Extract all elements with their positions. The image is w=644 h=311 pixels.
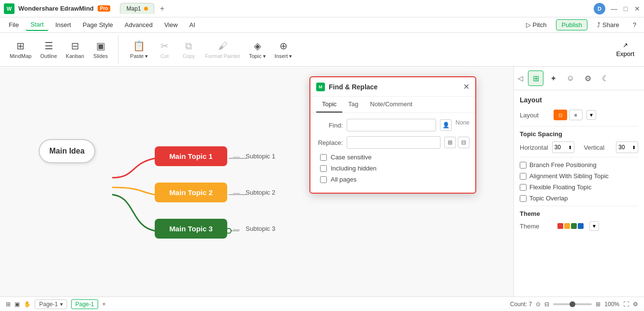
main-topic-3[interactable]: Main Topic 3 [155, 219, 227, 239]
menu-file[interactable]: File [4, 19, 24, 30]
menu-page-style[interactable]: Page Style [78, 19, 118, 30]
theme-dropdown[interactable]: ▾ [589, 221, 599, 231]
alignment-sibling-label: Alignment With Sibling Topic [529, 172, 609, 180]
help-button[interactable]: ? [629, 20, 640, 30]
export-button[interactable]: ↗ Export [612, 39, 638, 60]
zoom-out-icon[interactable]: ⊟ [544, 301, 549, 308]
share-button[interactable]: ⤴ Share [593, 20, 623, 30]
pitch-button[interactable]: ▷ Pitch [522, 20, 551, 30]
page-tab-active[interactable]: Page-1 [71, 299, 99, 309]
menu-insert[interactable]: Insert [50, 19, 76, 30]
subtopic-2: Subtopic 2 [246, 189, 275, 196]
case-sensitive-checkbox[interactable] [320, 154, 327, 161]
layout-label: Layout [520, 112, 554, 119]
panel-collapse-button[interactable]: ◁ [518, 74, 523, 82]
horizontal-input[interactable]: 30 ⬍ [552, 141, 574, 153]
panel-night-icon[interactable]: ☾ [598, 71, 613, 86]
dialog-title: Find & Replace [329, 83, 459, 91]
menu-advanced[interactable]: Advanced [120, 19, 158, 30]
panel-emoji-icon[interactable]: ☺ [563, 71, 578, 86]
branch-free-checkbox[interactable] [520, 162, 527, 169]
central-node[interactable]: Main Idea [39, 139, 95, 163]
title-bar: W Wondershare EdrawMind Pro Map1 + D — □… [0, 0, 644, 17]
dialog-tab-tag[interactable]: Tag [342, 97, 364, 113]
page-tab-1-arrow: ▾ [60, 301, 63, 308]
dialog-tab-topic[interactable]: Topic [316, 97, 342, 113]
topic-icon: ◈ [254, 40, 261, 52]
hand-icon[interactable]: ✋ [24, 301, 31, 308]
canvas-area[interactable]: Main Idea Main Topic 1 — Subtopic 1 Main… [0, 67, 513, 297]
cut-button[interactable]: ✂ Cut [153, 37, 176, 62]
add-tab-button[interactable]: + [157, 3, 168, 14]
menu-view[interactable]: View [160, 19, 183, 30]
format-painter-icon: 🖌 [218, 41, 228, 52]
replace-icon-1[interactable]: ⊞ [444, 137, 456, 148]
avatar[interactable]: D [594, 3, 605, 14]
panel-ai-icon[interactable]: ✦ [545, 71, 561, 86]
layout-dropdown[interactable]: ▾ [586, 110, 596, 120]
settings-icon[interactable]: ⚙ [633, 301, 638, 308]
layout-option-2[interactable]: ≡ [569, 110, 583, 120]
fullscreen-icon[interactable]: ⛶ [623, 301, 629, 308]
minimize-button[interactable]: — [611, 6, 617, 12]
fit-screen-icon[interactable]: ⊙ [536, 301, 541, 308]
publish-button[interactable]: Publish [556, 19, 587, 30]
app-name: Wondershare EdrawMind [18, 5, 94, 12]
paste-label: Paste ▾ [130, 53, 148, 59]
share-icon: ⤴ [597, 21, 600, 28]
unsaved-dot [144, 7, 148, 11]
doc-tab-label: Map1 [126, 5, 141, 12]
slides-button[interactable]: ▣ Slides [89, 37, 112, 62]
vertical-input[interactable]: 30 ⬍ [616, 141, 638, 153]
main-topic-1[interactable]: Main Topic 1 [155, 146, 227, 166]
horizontal-stepper[interactable]: ⬍ [568, 145, 572, 150]
paste-button[interactable]: 📋 Paste ▾ [126, 37, 152, 62]
replace-input[interactable] [347, 136, 440, 149]
including-hidden-row: Including hidden [316, 165, 469, 172]
subtopic-1: Subtopic 1 [246, 153, 275, 160]
close-button[interactable]: ✕ [634, 6, 640, 12]
dialog-close-button[interactable]: ✕ [463, 82, 469, 91]
grid-icon[interactable]: ⊞ [6, 301, 11, 308]
fit-icon[interactable]: ▣ [15, 301, 20, 308]
including-hidden-checkbox[interactable] [320, 165, 327, 172]
all-pages-checkbox[interactable] [320, 176, 327, 183]
flexible-floating-checkbox[interactable] [520, 184, 527, 191]
panel-layout-icon[interactable]: ⊞ [528, 71, 543, 86]
format-painter-button[interactable]: 🖌 Format Painter [201, 38, 244, 62]
zoom-in-icon[interactable]: ⊞ [596, 301, 600, 308]
status-right: Count: 7 ⊙ ⊟ ⊞ 100% ⛶ ⚙ [510, 301, 638, 308]
kanban-button[interactable]: ⊟ Kanban [62, 37, 88, 62]
zoom-thumb[interactable] [570, 301, 575, 307]
menu-ai[interactable]: AI [185, 19, 200, 30]
add-page-button[interactable]: + [102, 301, 105, 308]
dialog-tab-note[interactable]: Note/Comment [364, 97, 418, 113]
layout-options: ⊡ ≡ [554, 110, 583, 120]
outline-button[interactable]: ☰ Outline [36, 37, 61, 62]
alignment-sibling-checkbox[interactable] [520, 173, 527, 180]
find-replace-dialog: M Find & Replace ✕ Topic Tag Note/Commen… [309, 76, 476, 194]
find-input[interactable] [347, 119, 436, 131]
insert-button[interactable]: ⊕ Insert ▾ [271, 37, 296, 62]
restore-button[interactable]: □ [623, 6, 629, 12]
topic-overlap-checkbox[interactable] [520, 195, 527, 202]
title-bar-left: W Wondershare EdrawMind Pro Map1 + [4, 3, 168, 14]
vertical-label: Vertical [584, 144, 612, 151]
mindmap-button[interactable]: ⊞ MindMap [6, 37, 35, 62]
dialog-tabs: Topic Tag Note/Comment [310, 97, 475, 113]
panel-security-icon[interactable]: ⚙ [580, 71, 596, 86]
replace-icon-2[interactable]: ⊟ [458, 137, 469, 148]
app-logo: W [4, 3, 15, 14]
layout-option-1[interactable]: ⊡ [554, 110, 567, 120]
main-topic-2[interactable]: Main Topic 2 [155, 183, 227, 202]
find-icon-person[interactable]: 👤 [440, 119, 452, 131]
doc-tab[interactable]: Map1 [120, 3, 154, 14]
menu-start[interactable]: Start [26, 19, 48, 31]
kanban-icon: ⊟ [71, 40, 79, 52]
page-tab-1[interactable]: Page-1 ▾ [35, 299, 67, 309]
export-icon: ↗ [623, 42, 628, 49]
copy-button[interactable]: ⧉ Copy [177, 38, 200, 62]
vertical-stepper[interactable]: ⬍ [632, 145, 636, 150]
zoom-slider[interactable] [553, 303, 592, 305]
topic-button[interactable]: ◈ Topic ▾ [245, 37, 270, 62]
